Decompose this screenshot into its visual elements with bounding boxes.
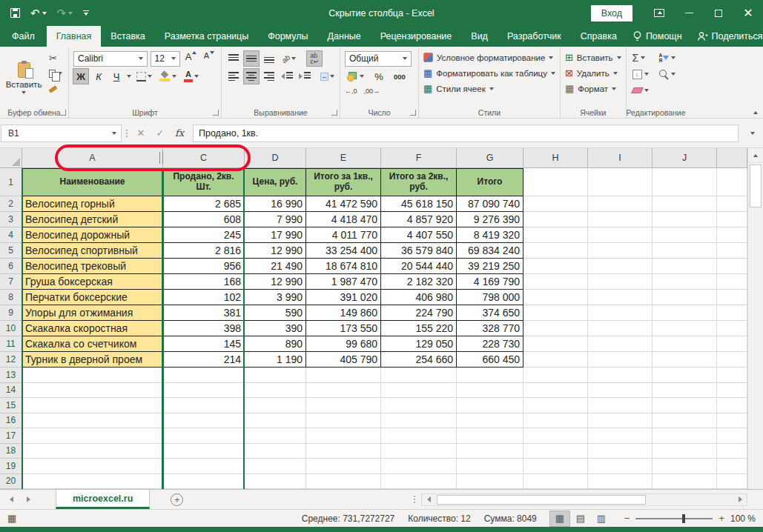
cell-D4[interactable]: 17 990 — [245, 227, 306, 243]
cell-G7[interactable]: 4 169 790 — [457, 274, 523, 290]
cell-E18[interactable] — [306, 444, 381, 459]
cell-I7[interactable] — [588, 274, 653, 290]
cell-styles-button[interactable]: ▦ Стили ячеек — [423, 81, 555, 96]
horizontal-scrollbar[interactable] — [421, 493, 747, 506]
cell-I15[interactable] — [588, 398, 653, 413]
cell-D15[interactable] — [245, 398, 306, 413]
cell-F3[interactable]: 4 857 920 — [381, 212, 457, 227]
cell-G3[interactable]: 9 276 390 — [457, 212, 523, 227]
cell-G14[interactable] — [457, 383, 523, 399]
cell-H2[interactable] — [523, 196, 588, 212]
cell-E20[interactable] — [306, 474, 381, 490]
row-header-20[interactable]: 20 — [0, 474, 22, 490]
cell-H6[interactable] — [523, 259, 588, 274]
row-header-6[interactable]: 6 — [0, 259, 22, 274]
tab-help[interactable]: Справка — [571, 26, 627, 47]
cell-A17[interactable] — [22, 428, 163, 444]
row-header-4[interactable]: 4 — [0, 227, 22, 243]
cell-H16[interactable] — [523, 413, 588, 429]
close-button[interactable]: ✕ — [733, 0, 763, 26]
wrap-text-button[interactable]: abc↵ — [307, 51, 322, 66]
cell-C13[interactable] — [163, 368, 245, 383]
cell-E3[interactable]: 4 418 470 — [306, 212, 381, 227]
cell-A11[interactable]: Скакалка со счетчиком — [22, 336, 163, 352]
cell-E15[interactable] — [306, 398, 381, 413]
font-color-button[interactable]: А — [182, 69, 201, 84]
tab-data[interactable]: Данные — [318, 26, 371, 47]
row-header-5[interactable]: 5 — [0, 243, 22, 259]
cell-H15[interactable] — [523, 398, 588, 413]
cell-E17[interactable] — [306, 428, 381, 444]
cell-I3[interactable] — [588, 212, 653, 227]
row-header-14[interactable]: 14 — [0, 383, 22, 399]
cell-K9[interactable] — [717, 305, 747, 321]
cell-H18[interactable] — [523, 444, 588, 459]
cell-A10[interactable]: Скакалка скоростная — [22, 321, 163, 336]
cell-G18[interactable] — [457, 444, 523, 459]
cell-G13[interactable] — [457, 368, 523, 383]
tab-scroll-splitter[interactable] — [414, 496, 415, 503]
zoom-level[interactable]: 100 % — [730, 513, 756, 524]
cell-A5[interactable]: Велосипед спортивный — [22, 243, 163, 259]
cell-E8[interactable]: 391 020 — [306, 290, 381, 305]
cell-H4[interactable] — [523, 227, 588, 243]
cell-I16[interactable] — [588, 413, 653, 429]
cell-I20[interactable] — [588, 474, 653, 490]
cell-K12[interactable] — [717, 352, 747, 368]
cell-K19[interactable] — [717, 459, 747, 474]
cell-H9[interactable] — [523, 305, 588, 321]
cell-E2[interactable]: 41 472 590 — [306, 196, 381, 212]
cell-K8[interactable] — [717, 290, 747, 305]
format-button[interactable]: ▦ Формат — [565, 81, 621, 96]
cell-J2[interactable] — [653, 196, 717, 212]
cell-E5[interactable]: 33 254 400 — [306, 243, 381, 259]
cell-D6[interactable]: 21 490 — [245, 259, 306, 274]
column-header-C[interactable]: C — [163, 148, 245, 167]
cell-K6[interactable] — [717, 259, 747, 274]
cell-F6[interactable]: 20 544 440 — [381, 259, 457, 274]
scroll-right-arrow[interactable] — [733, 494, 747, 505]
copy-button[interactable] — [47, 67, 64, 80]
cell-G9[interactable]: 374 650 — [457, 305, 523, 321]
cell-F5[interactable]: 36 579 840 — [381, 243, 457, 259]
cell-E11[interactable]: 99 680 — [306, 336, 381, 352]
cell-A3[interactable]: Велосипед детский — [22, 212, 163, 227]
cell-G19[interactable] — [457, 459, 523, 474]
align-middle-button[interactable] — [244, 51, 259, 66]
cell-I5[interactable] — [588, 243, 653, 259]
maximize-button[interactable] — [704, 0, 733, 26]
page-break-view-button[interactable]: ▥ — [592, 511, 611, 526]
cell-E4[interactable]: 4 011 770 — [306, 227, 381, 243]
cell-A6[interactable]: Велосипед трековый — [22, 259, 163, 274]
column-header-A[interactable]: A — [22, 148, 163, 167]
cell-K4[interactable] — [717, 227, 747, 243]
cell-F2[interactable]: 45 618 150 — [381, 196, 457, 212]
cell-H3[interactable] — [523, 212, 588, 227]
cell-K14[interactable] — [717, 383, 747, 399]
cell-A1[interactable]: Наименование — [22, 168, 163, 196]
align-center-button[interactable] — [244, 69, 259, 84]
cell-A20[interactable] — [22, 474, 163, 490]
cell-F14[interactable] — [381, 383, 457, 399]
cell-J16[interactable] — [653, 413, 717, 429]
row-header-8[interactable]: 8 — [0, 290, 22, 305]
cell-D13[interactable] — [245, 368, 306, 383]
cell-J14[interactable] — [653, 383, 717, 399]
sign-in-button[interactable]: Вход — [591, 5, 632, 21]
row-header-2[interactable]: 2 — [0, 196, 22, 212]
tab-page-layout[interactable]: Разметка страницы — [155, 26, 258, 47]
vertical-scroll-thumb[interactable] — [750, 164, 762, 207]
undo-button[interactable]: ↶ — [30, 7, 47, 19]
cell-K1[interactable] — [717, 168, 747, 196]
tab-review[interactable]: Рецензирование — [371, 26, 462, 47]
cell-D5[interactable]: 12 990 — [245, 243, 306, 259]
save-button[interactable] — [10, 8, 20, 18]
cell-J7[interactable] — [653, 274, 717, 290]
row-header-16[interactable]: 16 — [0, 413, 22, 429]
decrease-font-button[interactable]: А — [202, 51, 217, 66]
cell-C16[interactable] — [163, 413, 245, 429]
row-header-18[interactable]: 18 — [0, 444, 22, 459]
row-header-3[interactable]: 3 — [0, 212, 22, 227]
conditional-formatting-button[interactable]: Условное форматирование — [423, 50, 555, 65]
row-header-15[interactable]: 15 — [0, 398, 22, 413]
